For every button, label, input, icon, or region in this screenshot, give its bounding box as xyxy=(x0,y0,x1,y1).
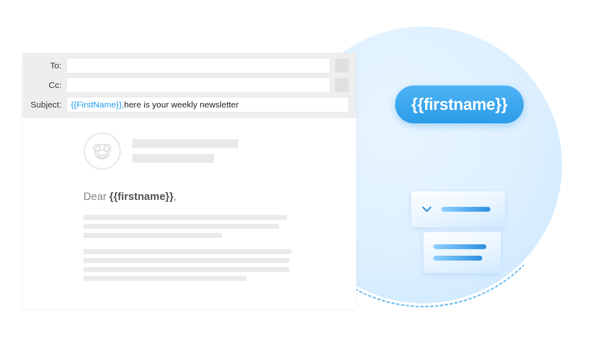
to-row: To: xyxy=(30,58,349,73)
placeholder-line xyxy=(441,207,490,212)
placeholder-line xyxy=(433,256,482,261)
cc-row: Cc: xyxy=(30,77,349,93)
greeting-line: Dear {{firstname}}, xyxy=(83,190,340,203)
placeholder-line xyxy=(83,215,287,220)
to-action-button[interactable] xyxy=(335,59,349,72)
paragraph-placeholder-2 xyxy=(83,249,340,281)
subject-row: Subject: {{FirstName}}, here is your wee… xyxy=(30,97,349,112)
greeting-merge-token: {{firstname}} xyxy=(110,190,174,202)
email-compose-window: To: Cc: Subject: {{FirstName}}, here is … xyxy=(22,53,356,309)
to-label: To: xyxy=(30,61,61,70)
cc-label: Cc: xyxy=(30,80,61,90)
to-input[interactable] xyxy=(66,58,330,73)
placeholder-line xyxy=(433,244,486,249)
paragraph-placeholder-1 xyxy=(83,215,340,238)
placeholder-line xyxy=(83,267,289,272)
subject-input[interactable]: {{FirstName}}, here is your weekly newsl… xyxy=(66,97,349,112)
subject-text: here is your weekly newsletter xyxy=(124,100,239,110)
placeholder-line xyxy=(132,154,214,163)
greeting-prefix: Dear xyxy=(83,190,110,202)
subject-label: Subject: xyxy=(30,100,61,110)
placeholder-line xyxy=(83,233,222,238)
email-body[interactable]: Dear {{firstname}}, xyxy=(22,118,356,309)
placeholder-line xyxy=(83,258,289,263)
placeholder-line xyxy=(83,249,291,254)
placeholder-line xyxy=(132,139,238,148)
svg-point-5 xyxy=(103,150,105,151)
sender-placeholder-lines xyxy=(132,139,238,163)
dropdown-card-2[interactable] xyxy=(424,232,501,273)
svg-point-3 xyxy=(98,150,107,158)
placeholder-line xyxy=(83,276,246,281)
monkey-icon xyxy=(92,140,113,162)
greeting-suffix: , xyxy=(173,190,176,202)
cc-input[interactable] xyxy=(66,77,330,93)
sender-row xyxy=(83,132,340,170)
cc-action-button[interactable] xyxy=(335,78,349,92)
placeholder-line xyxy=(83,224,279,229)
avatar xyxy=(83,132,121,170)
email-header: To: Cc: Subject: {{FirstName}}, here is … xyxy=(22,53,356,118)
dropdown-card-1[interactable] xyxy=(411,191,505,227)
chevron-down-icon xyxy=(421,204,433,215)
svg-point-4 xyxy=(100,150,101,151)
merge-token-pill[interactable]: {{firstname}} xyxy=(395,86,524,123)
subject-merge-token: {{FirstName}}, xyxy=(71,100,124,110)
